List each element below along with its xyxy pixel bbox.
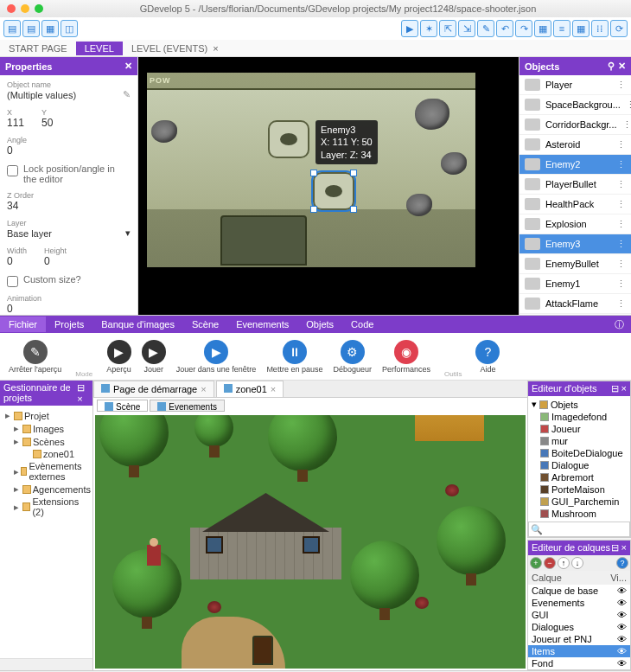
object-item[interactable]: Player⋮ [519, 75, 631, 95]
toolbar-arr-ter-l-aper-u[interactable]: ✎Arrêter l'aperçu [5, 338, 65, 375]
kebab-icon[interactable]: ⋮ [616, 179, 626, 190]
resize-handle[interactable] [310, 170, 317, 176]
layer-item[interactable]: GUI👁 [528, 609, 630, 621]
bush-sprite[interactable] [445, 484, 459, 496]
menu-objets[interactable]: Objets [297, 317, 342, 332]
toolbar-btn-3[interactable]: ▦ [41, 20, 59, 37]
grid-button[interactable]: ▦ [572, 20, 590, 37]
list-button[interactable]: ≡ [553, 20, 570, 37]
visibility-icon[interactable]: 👁 [617, 610, 627, 620]
layer-item[interactable]: Evenements👁 [528, 597, 630, 609]
object-item[interactable]: SpaceBackgrou...⋮ [519, 95, 631, 115]
layer-item[interactable]: Dialogues👁 [528, 621, 630, 633]
kebab-icon[interactable]: ⋮ [616, 199, 626, 210]
toolbar-jouer-dans-une-fen-tre[interactable]: ▶Jouer dans une fenêtre [173, 338, 260, 375]
layer-up-button[interactable]: ↑ [558, 557, 570, 569]
layer-down-button[interactable]: ↓ [571, 557, 583, 569]
object-item[interactable]: LifebarContainer⋮ [519, 314, 631, 315]
close-icon[interactable]: ✕ [618, 61, 626, 72]
tree-item[interactable]: ▸Projet [2, 409, 91, 422]
object-item[interactable]: CorridorBackgr...⋮ [519, 115, 631, 135]
menu-projets[interactable]: Projets [46, 317, 92, 332]
tree-item[interactable]: ▸Images [2, 422, 91, 435]
toolbar-aper-u[interactable]: ▶Aperçu [103, 338, 135, 375]
toolbar-btn-4[interactable]: ◫ [61, 20, 78, 37]
menu-code[interactable]: Code [342, 317, 382, 332]
visibility-icon[interactable]: 👁 [617, 622, 627, 632]
subtab-scène[interactable]: Scène [97, 400, 148, 412]
object-item[interactable]: Dialogue [530, 459, 628, 471]
menu-evenements[interactable]: Evenements [227, 317, 297, 332]
object-item[interactable]: Enemy2⋮ [519, 155, 631, 175]
layer-item[interactable]: Joueur et PNJ👁 [528, 633, 630, 645]
layer-help-button[interactable]: ? [616, 557, 628, 569]
width-field[interactable]: 0 [7, 255, 27, 267]
object-item[interactable]: HealthPack⋮ [519, 195, 631, 214]
kebab-icon[interactable]: ⋮ [616, 298, 626, 310]
close-icon[interactable]: × [271, 384, 276, 394]
tree-sprite[interactable] [350, 541, 419, 610]
subtab-evenements[interactable]: Evenements [150, 400, 225, 412]
menu-scène[interactable]: Scène [183, 317, 227, 332]
kebab-icon[interactable]: ⋮ [616, 80, 626, 91]
toolbar-performances[interactable]: ◉Performances [379, 338, 434, 375]
tree-sprite[interactable] [99, 415, 169, 467]
player-sprite[interactable] [147, 545, 161, 566]
scene-canvas[interactable] [95, 415, 526, 669]
bush-sprite[interactable] [207, 601, 221, 613]
object-item[interactable]: AttackFlame⋮ [519, 294, 631, 314]
close-window-button[interactable] [7, 4, 16, 13]
tab-level[interactable]: LEVEL [76, 42, 123, 55]
kebab-icon[interactable]: ⋮ [622, 119, 631, 131]
layer-item[interactable]: Fond👁 [528, 657, 630, 669]
tree-item[interactable]: zone01 [2, 448, 91, 460]
redo-button[interactable]: ↷ [515, 20, 532, 37]
doc-tab[interactable]: Page de démarrage× [93, 381, 214, 397]
y-field[interactable]: 50 [41, 117, 53, 129]
object-item[interactable]: BoiteDeDialogue [530, 447, 628, 459]
house-sprite[interactable] [190, 493, 341, 579]
play-button[interactable]: ▶ [401, 20, 418, 37]
visibility-icon[interactable]: 👁 [617, 634, 627, 644]
object-item[interactable]: Arbremort [530, 471, 628, 483]
toolbar-mettre-en-pause[interactable]: ⏸Mettre en pause [263, 338, 326, 375]
debug-button[interactable]: ✶ [420, 20, 437, 37]
toolbar-aide[interactable]: ?Aide [472, 338, 503, 375]
maximize-window-button[interactable] [35, 4, 43, 13]
custom-size-checkbox[interactable] [7, 276, 18, 287]
animation-field[interactable]: 0 [7, 303, 131, 315]
layers-button[interactable]: ▦ [534, 20, 551, 37]
tree-item[interactable]: ▸Extensions (2) [2, 496, 91, 518]
horizontal-scrollbar[interactable] [0, 658, 92, 670]
tab-start-page[interactable]: START PAGE [0, 42, 76, 55]
refresh-button[interactable]: ⟳ [610, 20, 628, 37]
search-input[interactable] [528, 522, 630, 537]
visibility-icon[interactable]: 👁 [617, 646, 627, 656]
resize-handle[interactable] [350, 206, 357, 213]
object-item[interactable]: EnemyBullet⋮ [519, 254, 631, 274]
import-button[interactable]: ⇲ [458, 20, 475, 37]
object-item[interactable]: Explosion⋮ [519, 214, 631, 234]
angle-field[interactable]: 0 [7, 144, 131, 157]
pin-icon[interactable]: ⊟ × [77, 382, 89, 404]
visibility-icon[interactable]: 👁 [617, 658, 627, 669]
toolbar-d-bogueur[interactable]: ⚙Débogueur [329, 338, 375, 375]
object-item[interactable]: Joueur [530, 423, 628, 435]
bush-sprite[interactable] [415, 597, 429, 609]
lock-checkbox[interactable] [7, 165, 18, 176]
object-item[interactable]: Enemy1⋮ [519, 274, 631, 294]
kebab-icon[interactable]: ⋮ [616, 219, 626, 230]
undo-button[interactable]: ↶ [496, 20, 513, 37]
kebab-icon[interactable]: ⋮ [616, 278, 626, 290]
edit-button[interactable]: ✎ [477, 20, 494, 37]
tree-sprite[interactable] [437, 506, 506, 575]
resize-handle[interactable] [310, 206, 317, 213]
toolbar-jouer[interactable]: ▶Jouer [138, 338, 169, 375]
layer-item[interactable]: Items👁 [528, 645, 630, 657]
z-field[interactable]: 34 [7, 200, 131, 212]
object-item[interactable]: GUI_Parchemin [530, 496, 628, 508]
tree-sprite[interactable] [268, 415, 337, 471]
house-sprite[interactable] [415, 415, 484, 441]
tree-item[interactable]: ▸Evènements externes [2, 460, 91, 483]
dots-button[interactable]: ⁞⁞ [591, 20, 609, 37]
